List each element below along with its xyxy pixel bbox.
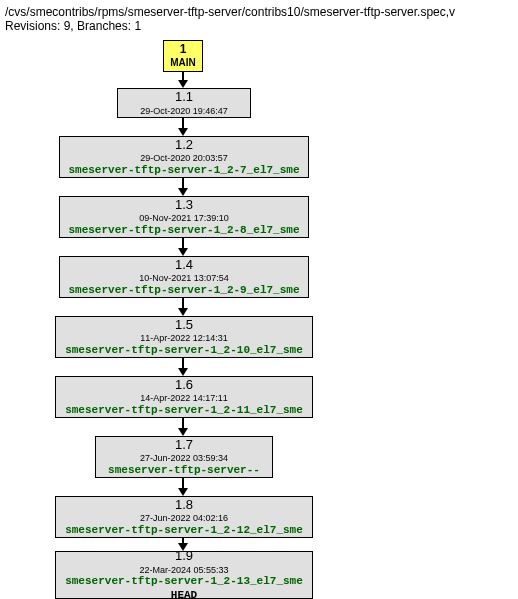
arrow-icon — [178, 308, 188, 316]
rev-tag: smeserver-tftp-server-1_2-12_el7_sme — [65, 524, 303, 537]
arrow-icon — [178, 188, 188, 196]
rev-date: 10-Nov-2021 13:07:54 — [139, 273, 229, 283]
rev-date: 27-Jun-2022 04:02:16 — [140, 513, 228, 523]
rev-tag: smeserver-tftp-server-- — [108, 464, 260, 477]
rev-number: 1.3 — [175, 198, 193, 213]
header-block: /cvs/smecontribs/rpms/smeserver-tftp-ser… — [5, 5, 455, 33]
arrow-icon — [178, 80, 188, 88]
rev-number: 1.2 — [175, 138, 193, 153]
rev-date: 11-Apr-2022 12:14:31 — [140, 333, 228, 343]
revisions-count: Revisions: 9, Branches: 1 — [5, 19, 455, 33]
rev-number: 1.4 — [175, 258, 193, 273]
arrow-icon — [178, 248, 188, 256]
revision-node-1-8[interactable]: 1.8 27-Jun-2022 04:02:16 smeserver-tftp-… — [55, 496, 313, 538]
revision-node-1-1[interactable]: 1.1 29-Oct-2020 19:46:47 — [117, 88, 251, 118]
rev-tag: smeserver-tftp-server-1_2-13_el7_sme — [65, 575, 303, 588]
rev-tag: smeserver-tftp-server-1_2-10_el7_sme — [65, 344, 303, 357]
rev-date: 09-Nov-2021 17:39:10 — [139, 213, 229, 223]
rev-tag: smeserver-tftp-server-1_2-11_el7_sme — [65, 404, 303, 417]
arrow-icon — [178, 428, 188, 436]
rev-number: 1.6 — [175, 378, 193, 393]
rev-number: 1.7 — [175, 438, 193, 453]
repo-path: /cvs/smecontribs/rpms/smeserver-tftp-ser… — [5, 5, 455, 19]
rev-head-label: HEAD — [171, 589, 197, 599]
revision-node-1-3[interactable]: 1.3 09-Nov-2021 17:39:10 smeserver-tftp-… — [59, 196, 309, 238]
rev-date: 14-Apr-2022 14:17:11 — [140, 393, 228, 403]
rev-date: 29-Oct-2020 20:03:57 — [140, 153, 228, 163]
rev-number: 1.8 — [175, 498, 193, 513]
branch-label: MAIN — [170, 57, 196, 69]
rev-number: 1.1 — [175, 90, 193, 105]
arrow-icon — [178, 488, 188, 496]
revision-node-1-4[interactable]: 1.4 10-Nov-2021 13:07:54 smeserver-tftp-… — [59, 256, 309, 298]
revision-node-1-2[interactable]: 1.2 29-Oct-2020 20:03:57 smeserver-tftp-… — [59, 136, 309, 178]
revision-node-1-9[interactable]: 1.9 22-Mar-2024 05:55:33 smeserver-tftp-… — [55, 551, 313, 599]
rev-date: 29-Oct-2020 19:46:47 — [140, 106, 228, 116]
rev-date: 27-Jun-2022 03:59:34 — [140, 453, 228, 463]
arrow-icon — [178, 128, 188, 136]
rev-tag: smeserver-tftp-server-1_2-7_el7_sme — [68, 164, 299, 177]
revision-node-1-6[interactable]: 1.6 14-Apr-2022 14:17:11 smeserver-tftp-… — [55, 376, 313, 418]
revision-node-1-5[interactable]: 1.5 11-Apr-2022 12:14:31 smeserver-tftp-… — [55, 316, 313, 358]
diagram-canvas: /cvs/smecontribs/rpms/smeserver-tftp-ser… — [0, 0, 518, 599]
rev-tag: smeserver-tftp-server-1_2-9_el7_sme — [68, 284, 299, 297]
revision-node-1-7[interactable]: 1.7 27-Jun-2022 03:59:34 smeserver-tftp-… — [95, 436, 273, 478]
arrow-icon — [178, 368, 188, 376]
rev-number: 1.9 — [175, 549, 193, 564]
branch-number: 1 — [180, 43, 187, 57]
rev-tag: smeserver-tftp-server-1_2-8_el7_sme — [68, 224, 299, 237]
rev-date: 22-Mar-2024 05:55:33 — [139, 565, 228, 575]
branch-main[interactable]: 1 MAIN — [163, 40, 203, 72]
rev-number: 1.5 — [175, 318, 193, 333]
